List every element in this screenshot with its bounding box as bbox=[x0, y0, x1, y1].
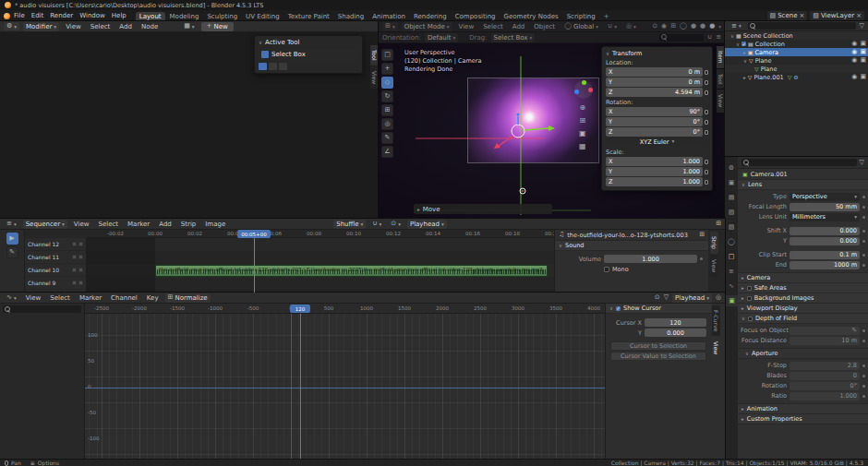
disable-render-icon[interactable]: ▣ bbox=[860, 49, 866, 55]
lock-icon[interactable] bbox=[705, 170, 708, 174]
lock-icon[interactable] bbox=[705, 110, 708, 114]
gizmo-toggle-icon[interactable]: ⊙ bbox=[652, 23, 657, 30]
redo-panel-move[interactable]: ▸ Move bbox=[414, 204, 552, 214]
shading-material-icon[interactable]: ● bbox=[700, 23, 705, 30]
tool-orientation-dropdown[interactable]: Default▾ bbox=[425, 33, 458, 42]
workspace-tab-texture-paint[interactable]: Texture Paint bbox=[284, 12, 333, 21]
animate-dot[interactable] bbox=[862, 340, 865, 342]
graph-search-input[interactable] bbox=[3, 305, 81, 313]
sidebar-tab-view[interactable]: View bbox=[717, 90, 725, 112]
expand-icon[interactable]: ∨ bbox=[730, 33, 734, 39]
animate-dot[interactable] bbox=[862, 385, 865, 388]
output-tab-icon[interactable]: ▤ bbox=[725, 192, 738, 203]
shift-x-field[interactable]: 0.000 bbox=[790, 227, 860, 235]
select-box-tool-button[interactable]: □ bbox=[381, 49, 393, 61]
overlay-dropdown[interactable]: ⊙▾ bbox=[388, 220, 404, 228]
outliner-row-plane-mesh-data[interactable]: ▽ Plane bbox=[725, 65, 868, 73]
current-frame-badge[interactable]: 120 bbox=[290, 305, 310, 313]
menu-render[interactable]: Render bbox=[47, 12, 76, 19]
annotate-tool-button[interactable]: ✎ bbox=[381, 132, 393, 144]
animate-dot[interactable] bbox=[862, 206, 865, 209]
cursor-vertical-line[interactable] bbox=[300, 314, 301, 459]
workspace-tab-modeling[interactable]: Modeling bbox=[166, 12, 203, 21]
channel-mute-toggle[interactable] bbox=[72, 242, 77, 246]
safe-areas-checkbox[interactable] bbox=[747, 286, 752, 291]
node-tree-browse-button[interactable]: ▦▾ bbox=[181, 22, 197, 30]
region-toggle-icon[interactable]: ⊞ bbox=[716, 221, 721, 227]
viewport-menu-object[interactable]: Object bbox=[531, 23, 558, 30]
seq-menu-image[interactable]: Image bbox=[202, 221, 228, 228]
sequencer-playhead[interactable] bbox=[254, 238, 255, 293]
shading-solid-icon[interactable]: ● bbox=[691, 23, 696, 30]
viewport-menu-select[interactable]: Select bbox=[480, 23, 506, 30]
shading-popover-icon[interactable]: ▾ bbox=[718, 24, 721, 30]
workspace-tab-sculpting[interactable]: Sculpting bbox=[203, 12, 241, 21]
channel-mute-toggle[interactable] bbox=[72, 268, 77, 272]
shading-rendered-icon[interactable]: ● bbox=[709, 23, 715, 30]
graph-menu-channel[interactable]: Channel bbox=[108, 294, 140, 302]
channel-row-10[interactable]: Channel 10 bbox=[25, 264, 86, 277]
mode-dropdown[interactable]: Object Mode▾ bbox=[402, 22, 452, 31]
constraints-tab-icon[interactable]: ≡ bbox=[725, 266, 738, 277]
outliner-row-scene-collection[interactable]: ∨ ▦ Scene Collection bbox=[725, 31, 868, 40]
animate-dot[interactable] bbox=[862, 216, 865, 219]
workspace-tab-scripting[interactable]: Scripting bbox=[563, 12, 599, 21]
editor-type-button[interactable]: ⚙▾ bbox=[4, 22, 19, 30]
scale-tool-button[interactable]: ⊞ bbox=[381, 104, 393, 116]
sequencer-time-ruler[interactable]: -00:02 00:00 00:02 00:04 00:06 00:08 00:… bbox=[87, 230, 554, 238]
proportional-icon[interactable]: ◎ bbox=[716, 294, 721, 301]
snap-dropdown[interactable]: ∪▾ bbox=[605, 22, 620, 30]
cursor-to-selection-button[interactable]: Cursor to Selection bbox=[610, 341, 706, 351]
workspace-tab-layout[interactable]: Layout bbox=[136, 12, 165, 21]
overlap-mode-dropdown[interactable]: Shuffle▾ bbox=[333, 220, 366, 229]
eyedropper-icon[interactable]: ✎ bbox=[851, 328, 857, 334]
lock-icon[interactable] bbox=[705, 90, 708, 95]
audio-strip[interactable]: the-outfield-your-love-official-hd-video… bbox=[155, 265, 548, 277]
disable-render-icon[interactable]: ▣ bbox=[860, 41, 866, 47]
dof-checkbox[interactable] bbox=[748, 317, 753, 321]
workspace-tab-rendering[interactable]: Rendering bbox=[410, 12, 451, 21]
menu-edit[interactable]: Edit bbox=[29, 12, 47, 19]
scene-tab-icon[interactable]: ▨ bbox=[725, 221, 738, 233]
axis-z-dot[interactable] bbox=[574, 90, 579, 94]
animate-dot[interactable] bbox=[862, 230, 865, 233]
menu-window[interactable]: Window bbox=[77, 12, 108, 19]
node-menu-select[interactable]: Select bbox=[88, 23, 114, 30]
new-node-tree-button[interactable]: +New bbox=[201, 22, 234, 31]
channel-lock-toggle[interactable] bbox=[78, 281, 83, 285]
transform-orientation-dropdown[interactable]: ◯Global▾ bbox=[561, 22, 601, 31]
channel-mute-toggle[interactable] bbox=[72, 255, 77, 259]
viewport-display-panel-header[interactable]: ▸Viewport Display bbox=[738, 304, 868, 314]
channel-mute-toggle[interactable] bbox=[72, 281, 77, 285]
object-tab-icon[interactable]: □ bbox=[725, 251, 738, 262]
background-images-checkbox[interactable] bbox=[747, 296, 752, 301]
scale-x-field[interactable]: X1.000 bbox=[606, 157, 703, 166]
shading-wireframe-icon[interactable]: ◯ bbox=[680, 23, 687, 30]
pan-hand-icon[interactable]: ⊞ bbox=[579, 117, 586, 125]
outliner-row-collection[interactable]: ∨ ✓ ▤ Collection ◉▣ bbox=[725, 40, 868, 48]
ortho-grid-icon[interactable]: ▦ bbox=[579, 143, 586, 150]
graph-canvas[interactable]: 100 50 0 -50 -100 bbox=[85, 314, 605, 459]
seq-menu-marker[interactable]: Marker bbox=[125, 221, 152, 228]
shift-y-field[interactable]: 0.000 bbox=[790, 237, 860, 245]
mono-checkbox[interactable] bbox=[604, 267, 609, 272]
lock-icon[interactable] bbox=[705, 130, 708, 135]
location-y-field[interactable]: Y0 m bbox=[606, 78, 703, 87]
scale-y-field[interactable]: Y1.000 bbox=[606, 167, 703, 176]
overlays-toggle-icon[interactable]: ◉ bbox=[661, 23, 667, 30]
sound-panel-header[interactable]: ∨ Sound bbox=[555, 241, 708, 251]
active-tool-panel-header[interactable]: ∨ Active Tool bbox=[259, 39, 358, 46]
sidebar-tab-item[interactable]: Item bbox=[717, 46, 725, 68]
rotation-y-field[interactable]: Y0° bbox=[606, 117, 703, 126]
lens-panel-header[interactable]: ∨ Lens bbox=[738, 180, 868, 190]
focal-length-field[interactable]: 50 mm bbox=[790, 203, 860, 211]
graph-tab-view[interactable]: View bbox=[712, 337, 720, 359]
outliner-row-camera[interactable]: ▸ ▣ Camera ◉▣ bbox=[725, 48, 868, 56]
filter-icon[interactable]: ▽ bbox=[664, 294, 669, 301]
current-time-badge[interactable]: 00:05+00 bbox=[237, 230, 271, 238]
graph-menu-select[interactable]: Select bbox=[47, 294, 73, 302]
expand-icon[interactable]: ▸ bbox=[743, 50, 746, 55]
filter-icon[interactable]: ▽ bbox=[860, 23, 864, 30]
expand-icon[interactable]: ▸ bbox=[743, 75, 746, 80]
hide-eye-icon[interactable]: ◉ bbox=[851, 49, 857, 55]
